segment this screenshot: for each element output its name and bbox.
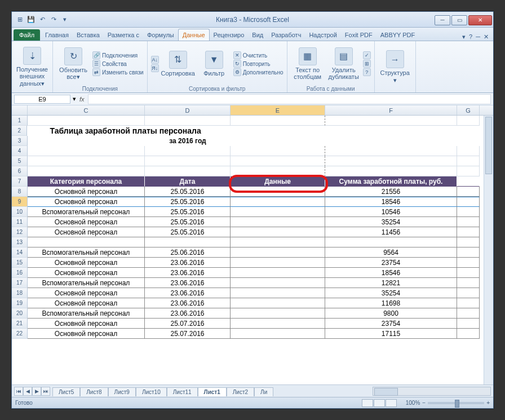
help-icon[interactable]: ?: [469, 33, 472, 41]
sheet-nav-next[interactable]: ▶: [32, 387, 41, 396]
cell-data[interactable]: [231, 247, 325, 258]
view-layout-button[interactable]: [374, 399, 385, 407]
row-header[interactable]: 18: [12, 288, 28, 298]
cell-category[interactable]: Основной персонал: [28, 329, 145, 339]
minimize-button[interactable]: ─: [435, 15, 450, 25]
cell-sum[interactable]: 21556: [325, 187, 457, 197]
redo-icon[interactable]: ↷: [49, 15, 58, 24]
cell-data[interactable]: [231, 217, 325, 227]
tab-data[interactable]: Данные: [178, 29, 210, 41]
cell-date[interactable]: 23.06.2016: [145, 258, 231, 268]
cell-sum[interactable]: 23754: [325, 319, 457, 329]
cell-sum[interactable]: 35254: [325, 288, 457, 298]
zoom-level[interactable]: 100%: [406, 400, 420, 406]
row-header[interactable]: 3: [12, 136, 28, 146]
cell-data[interactable]: [231, 288, 325, 298]
formula-input[interactable]: [88, 94, 491, 104]
cell-date[interactable]: 25.06.2016: [145, 247, 231, 258]
row-header[interactable]: 22: [12, 329, 28, 339]
tab-formulas[interactable]: Формулы: [143, 29, 178, 41]
doc-close-icon[interactable]: ✕: [484, 33, 489, 41]
cell-sum[interactable]: 9564: [325, 247, 457, 258]
sheet-nav-first[interactable]: ⏮: [14, 387, 23, 396]
row-header[interactable]: 15: [12, 258, 28, 268]
reapply-button[interactable]: ↻Повторить: [233, 60, 283, 68]
row-header[interactable]: 2: [12, 126, 27, 136]
cell-category[interactable]: Вспомогательный персонал: [28, 308, 145, 319]
cell-date[interactable]: 23.06.2016: [145, 268, 231, 278]
cell-sum[interactable]: 11698: [325, 298, 457, 308]
cell-date[interactable]: 25.05.2016: [145, 187, 231, 197]
cell-date[interactable]: 25.05.2016: [145, 217, 231, 227]
cell-data[interactable]: [231, 207, 325, 217]
text-to-columns-button[interactable]: ▦Текст по столбцам: [291, 47, 325, 80]
cell-sum[interactable]: 17115: [325, 329, 457, 339]
select-all-corner[interactable]: [12, 105, 28, 115]
edit-links-button[interactable]: ⇄Изменить связи: [92, 68, 144, 76]
cell-category[interactable]: [28, 237, 145, 247]
zoom-out-button[interactable]: −: [422, 400, 426, 406]
tab-insert[interactable]: Вставка: [73, 29, 104, 41]
tab-review[interactable]: Рецензиро: [210, 29, 249, 41]
undo-icon[interactable]: ↶: [38, 15, 47, 24]
col-header-f[interactable]: F: [325, 105, 457, 115]
cell-date[interactable]: 25.05.2016: [145, 207, 231, 217]
cells-area[interactable]: 1 2Таблица заработной платы персонала 3з…: [12, 116, 493, 384]
row-header[interactable]: 5: [12, 156, 28, 166]
tab-view[interactable]: Вид: [248, 29, 267, 41]
qat-dropdown-icon[interactable]: ▾: [60, 15, 69, 24]
cell-data[interactable]: [231, 227, 325, 237]
th-category[interactable]: Категория персонала: [28, 176, 145, 187]
col-header-e[interactable]: E: [231, 105, 325, 115]
sheet-tab[interactable]: Ли: [254, 387, 273, 396]
col-header-g[interactable]: G: [457, 105, 480, 115]
cell-category[interactable]: Вспомогательный персонал: [28, 278, 145, 288]
name-box[interactable]: E9: [14, 95, 70, 104]
cell-data[interactable]: [231, 329, 325, 339]
cell-sum[interactable]: 11456: [325, 227, 457, 237]
cell-date[interactable]: 25.07.2016: [145, 319, 231, 329]
cell-category[interactable]: Вспомогательный персонал: [28, 207, 145, 217]
cell-date[interactable]: [145, 237, 231, 247]
cell-category[interactable]: Основной персонал: [28, 268, 145, 278]
row-header[interactable]: 4: [12, 146, 28, 156]
cell-sum[interactable]: 18546: [325, 197, 457, 207]
sheet-nav-last[interactable]: ⏭: [41, 387, 50, 396]
row-header[interactable]: 10: [12, 207, 28, 217]
fx-icon[interactable]: fx: [76, 96, 88, 103]
cell-sum[interactable]: 23754: [325, 258, 457, 268]
cell-category[interactable]: Вспомогательный персонал: [28, 247, 145, 258]
table-subtitle[interactable]: за 2016 год: [145, 136, 231, 146]
cell-data[interactable]: [231, 187, 325, 197]
view-break-button[interactable]: [386, 399, 397, 407]
doc-minimize-icon[interactable]: ─: [476, 33, 480, 41]
cell-data[interactable]: [231, 268, 325, 278]
cell-data[interactable]: [231, 298, 325, 308]
cell-date[interactable]: 25.05.2016: [145, 197, 231, 207]
row-header[interactable]: 19: [12, 298, 28, 308]
row-header[interactable]: 13: [12, 237, 28, 247]
tab-home[interactable]: Главная: [41, 29, 73, 41]
maximize-button[interactable]: ▭: [451, 15, 467, 25]
advanced-filter-button[interactable]: ⚙Дополнительно: [233, 68, 283, 76]
cell-sum[interactable]: 9800: [325, 308, 457, 319]
view-normal-button[interactable]: [362, 399, 373, 407]
cell-category[interactable]: Основной персонал: [28, 319, 145, 329]
properties-button[interactable]: ☰Свойства: [92, 60, 144, 68]
row-header[interactable]: 14: [12, 247, 28, 258]
vertical-scrollbar[interactable]: [484, 116, 493, 384]
cell-data[interactable]: [231, 237, 325, 247]
tab-addins[interactable]: Надстрой: [305, 29, 340, 41]
sheet-nav-prev[interactable]: ◀: [23, 387, 32, 396]
cell-sum[interactable]: 35254: [325, 217, 457, 227]
cell-category[interactable]: Основной персонал: [28, 217, 145, 227]
sheet-tab[interactable]: Лист11: [167, 387, 198, 396]
row-header[interactable]: 9: [12, 197, 28, 207]
cell-category[interactable]: Основной персонал: [28, 288, 145, 298]
file-tab[interactable]: Файл: [14, 29, 40, 41]
cell-sum[interactable]: 12821: [325, 278, 457, 288]
row-header[interactable]: 17: [12, 278, 28, 288]
tab-foxit[interactable]: Foxit PDF: [341, 29, 376, 41]
clear-filter-button[interactable]: ✕Очистить: [233, 51, 283, 59]
tab-developer[interactable]: Разработч: [267, 29, 305, 41]
